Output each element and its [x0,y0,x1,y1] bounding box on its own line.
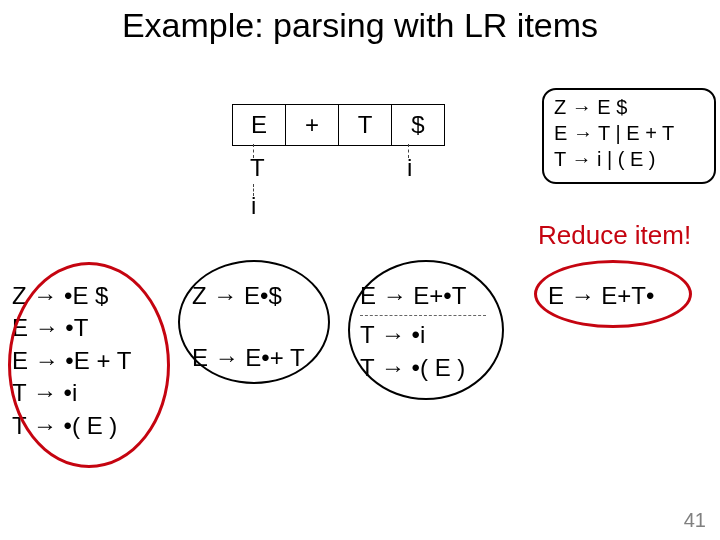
token-E: E [232,104,286,146]
ellipse-red [8,262,170,468]
grammar-line: E → T | E + T [554,120,704,146]
ellipse-black [348,260,504,400]
gram-t-lhs: T [554,148,566,170]
reduce-label: Reduce item! [538,220,691,251]
derive-T: T [250,154,265,182]
token-row: E + T $ [232,104,445,146]
gram-e-rhs: T | E + T [598,122,674,144]
arrow-icon: → [573,122,598,144]
token-dollar: $ [391,104,445,146]
derive-i: i [251,192,256,220]
ellipse-black [178,260,330,384]
item-group-0: Z → •E $ E → •T E → •E + T T → •i T → •(… [12,280,131,442]
gram-t-rhs: i | ( E ) [597,148,656,170]
grammar-box: Z → E $ E → T | E + T T → i | ( E ) [542,88,716,184]
gram-z-rhs: E $ [597,96,627,118]
item-group-3: E → E+T• [548,280,654,312]
page-number: 41 [684,509,706,532]
ellipse-red [534,260,692,328]
derive-i-right: i [407,154,412,182]
gram-z-lhs: Z [554,96,566,118]
item-group-2: E → E+•T T → •i T → •( E ) [360,280,486,384]
gram-e-lhs: E [554,122,567,144]
token-plus: + [285,104,339,146]
page-title: Example: parsing with LR items [0,6,720,45]
arrow-icon: → [571,148,597,170]
grammar-line: Z → E $ [554,94,704,120]
arrow-icon: → [572,96,598,118]
grammar-line: T → i | ( E ) [554,146,704,172]
slide: Example: parsing with LR items E + T $ T… [0,0,720,540]
item-group-1: Z → E•$ E → E•+ T [192,280,305,375]
token-T: T [338,104,392,146]
